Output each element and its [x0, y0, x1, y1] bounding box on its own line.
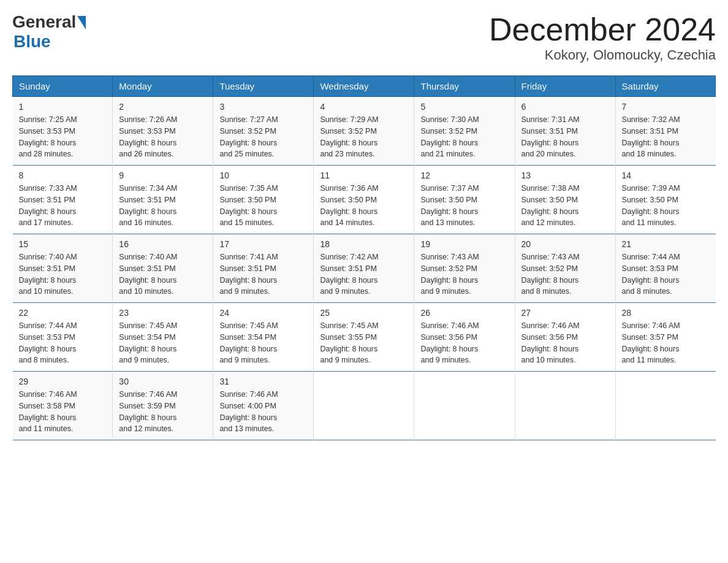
header-tuesday: Tuesday	[213, 76, 314, 97]
day-cell: 6 Sunrise: 7:31 AMSunset: 3:51 PMDayligh…	[515, 97, 615, 166]
day-cell: 18 Sunrise: 7:42 AMSunset: 3:51 PMDaylig…	[314, 234, 414, 303]
day-cell: 19 Sunrise: 7:43 AMSunset: 3:52 PMDaylig…	[414, 234, 515, 303]
day-info: Sunrise: 7:44 AMSunset: 3:53 PMDaylight:…	[622, 251, 710, 297]
header-saturday: Saturday	[615, 76, 715, 97]
week-row-5: 29 Sunrise: 7:46 AMSunset: 3:58 PMDaylig…	[13, 372, 716, 440]
calendar-table: SundayMondayTuesdayWednesdayThursdayFrid…	[12, 75, 716, 440]
day-info: Sunrise: 7:42 AMSunset: 3:51 PMDaylight:…	[320, 251, 408, 297]
day-info: Sunrise: 7:39 AMSunset: 3:50 PMDaylight:…	[622, 183, 710, 229]
week-row-4: 22 Sunrise: 7:44 AMSunset: 3:53 PMDaylig…	[13, 303, 716, 372]
header-thursday: Thursday	[414, 76, 515, 97]
day-number: 19	[420, 239, 508, 249]
week-row-1: 1 Sunrise: 7:25 AMSunset: 3:53 PMDayligh…	[13, 97, 716, 166]
day-info: Sunrise: 7:34 AMSunset: 3:51 PMDaylight:…	[119, 183, 207, 229]
day-cell: 29 Sunrise: 7:46 AMSunset: 3:58 PMDaylig…	[13, 372, 113, 440]
day-number: 3	[219, 102, 307, 112]
day-cell: 11 Sunrise: 7:36 AMSunset: 3:50 PMDaylig…	[314, 166, 414, 234]
day-number: 13	[521, 170, 609, 180]
day-cell: 23 Sunrise: 7:45 AMSunset: 3:54 PMDaylig…	[113, 303, 213, 372]
day-cell: 17 Sunrise: 7:41 AMSunset: 3:51 PMDaylig…	[213, 234, 314, 303]
logo-general-text: General	[12, 12, 76, 32]
day-info: Sunrise: 7:44 AMSunset: 3:53 PMDaylight:…	[19, 320, 107, 366]
day-cell: 7 Sunrise: 7:32 AMSunset: 3:51 PMDayligh…	[615, 97, 715, 166]
day-number: 12	[420, 170, 508, 180]
day-number: 1	[19, 102, 107, 112]
day-number: 22	[19, 308, 107, 318]
day-cell: 12 Sunrise: 7:37 AMSunset: 3:50 PMDaylig…	[414, 166, 515, 234]
day-info: Sunrise: 7:26 AMSunset: 3:53 PMDaylight:…	[119, 114, 207, 160]
day-cell: 14 Sunrise: 7:39 AMSunset: 3:50 PMDaylig…	[615, 166, 715, 234]
header-monday: Monday	[113, 76, 213, 97]
day-info: Sunrise: 7:43 AMSunset: 3:52 PMDaylight:…	[420, 251, 508, 297]
logo-arrow-icon	[77, 16, 86, 29]
day-info: Sunrise: 7:27 AMSunset: 3:52 PMDaylight:…	[219, 114, 307, 160]
day-info: Sunrise: 7:46 AMSunset: 3:56 PMDaylight:…	[420, 320, 508, 366]
day-info: Sunrise: 7:46 AMSunset: 4:00 PMDaylight:…	[219, 389, 307, 435]
day-info: Sunrise: 7:25 AMSunset: 3:53 PMDaylight:…	[19, 114, 107, 160]
day-number: 7	[622, 102, 710, 112]
day-info: Sunrise: 7:33 AMSunset: 3:51 PMDaylight:…	[19, 183, 107, 229]
day-cell	[414, 372, 515, 440]
day-cell: 28 Sunrise: 7:46 AMSunset: 3:57 PMDaylig…	[615, 303, 715, 372]
day-info: Sunrise: 7:46 AMSunset: 3:58 PMDaylight:…	[19, 389, 107, 435]
day-cell: 5 Sunrise: 7:30 AMSunset: 3:52 PMDayligh…	[414, 97, 515, 166]
day-number: 24	[219, 308, 307, 318]
header-friday: Friday	[515, 76, 615, 97]
day-info: Sunrise: 7:46 AMSunset: 3:59 PMDaylight:…	[119, 389, 207, 435]
day-cell: 24 Sunrise: 7:45 AMSunset: 3:54 PMDaylig…	[213, 303, 314, 372]
day-info: Sunrise: 7:40 AMSunset: 3:51 PMDaylight:…	[19, 251, 107, 297]
header-sunday: Sunday	[13, 76, 113, 97]
day-number: 30	[119, 377, 207, 386]
day-number: 21	[622, 239, 710, 249]
day-cell: 15 Sunrise: 7:40 AMSunset: 3:51 PMDaylig…	[13, 234, 113, 303]
day-number: 29	[19, 377, 107, 386]
week-row-2: 8 Sunrise: 7:33 AMSunset: 3:51 PMDayligh…	[13, 166, 716, 234]
day-number: 6	[521, 102, 609, 112]
day-info: Sunrise: 7:38 AMSunset: 3:50 PMDaylight:…	[521, 183, 609, 229]
day-cell: 26 Sunrise: 7:46 AMSunset: 3:56 PMDaylig…	[414, 303, 515, 372]
day-cell	[314, 372, 414, 440]
day-info: Sunrise: 7:45 AMSunset: 3:55 PMDaylight:…	[320, 320, 408, 366]
day-info: Sunrise: 7:46 AMSunset: 3:57 PMDaylight:…	[622, 320, 710, 366]
day-number: 27	[521, 308, 609, 318]
day-info: Sunrise: 7:29 AMSunset: 3:52 PMDaylight:…	[320, 114, 408, 160]
day-cell: 4 Sunrise: 7:29 AMSunset: 3:52 PMDayligh…	[314, 97, 414, 166]
day-cell: 8 Sunrise: 7:33 AMSunset: 3:51 PMDayligh…	[13, 166, 113, 234]
day-number: 28	[622, 308, 710, 318]
day-cell: 21 Sunrise: 7:44 AMSunset: 3:53 PMDaylig…	[615, 234, 715, 303]
page-title: December 2024	[489, 12, 716, 47]
day-info: Sunrise: 7:46 AMSunset: 3:56 PMDaylight:…	[521, 320, 609, 366]
day-cell: 30 Sunrise: 7:46 AMSunset: 3:59 PMDaylig…	[113, 372, 213, 440]
day-cell: 22 Sunrise: 7:44 AMSunset: 3:53 PMDaylig…	[13, 303, 113, 372]
day-number: 23	[119, 308, 207, 318]
day-number: 15	[19, 239, 107, 249]
day-cell: 20 Sunrise: 7:43 AMSunset: 3:52 PMDaylig…	[515, 234, 615, 303]
day-cell: 3 Sunrise: 7:27 AMSunset: 3:52 PMDayligh…	[213, 97, 314, 166]
day-number: 18	[320, 239, 408, 249]
page-header: General Blue December 2024 Kokory, Olomo…	[12, 12, 716, 63]
day-number: 26	[420, 308, 508, 318]
day-cell: 1 Sunrise: 7:25 AMSunset: 3:53 PMDayligh…	[13, 97, 113, 166]
day-number: 8	[19, 170, 107, 180]
day-cell	[515, 372, 615, 440]
day-info: Sunrise: 7:43 AMSunset: 3:52 PMDaylight:…	[521, 251, 609, 297]
day-number: 2	[119, 102, 207, 112]
day-cell: 31 Sunrise: 7:46 AMSunset: 4:00 PMDaylig…	[213, 372, 314, 440]
day-number: 5	[420, 102, 508, 112]
day-info: Sunrise: 7:45 AMSunset: 3:54 PMDaylight:…	[119, 320, 207, 366]
day-info: Sunrise: 7:30 AMSunset: 3:52 PMDaylight:…	[420, 114, 508, 160]
day-number: 16	[119, 239, 207, 249]
calendar-header-row: SundayMondayTuesdayWednesdayThursdayFrid…	[13, 76, 716, 97]
day-info: Sunrise: 7:35 AMSunset: 3:50 PMDaylight:…	[219, 183, 307, 229]
day-cell: 27 Sunrise: 7:46 AMSunset: 3:56 PMDaylig…	[515, 303, 615, 372]
day-cell: 16 Sunrise: 7:40 AMSunset: 3:51 PMDaylig…	[113, 234, 213, 303]
title-section: December 2024 Kokory, Olomoucky, Czechia	[489, 12, 716, 63]
day-cell	[615, 372, 715, 440]
day-number: 20	[521, 239, 609, 249]
logo-blue-text: Blue	[13, 32, 51, 52]
day-info: Sunrise: 7:31 AMSunset: 3:51 PMDaylight:…	[521, 114, 609, 160]
day-number: 17	[219, 239, 307, 249]
day-number: 9	[119, 170, 207, 180]
day-cell: 2 Sunrise: 7:26 AMSunset: 3:53 PMDayligh…	[113, 97, 213, 166]
day-number: 4	[320, 102, 408, 112]
